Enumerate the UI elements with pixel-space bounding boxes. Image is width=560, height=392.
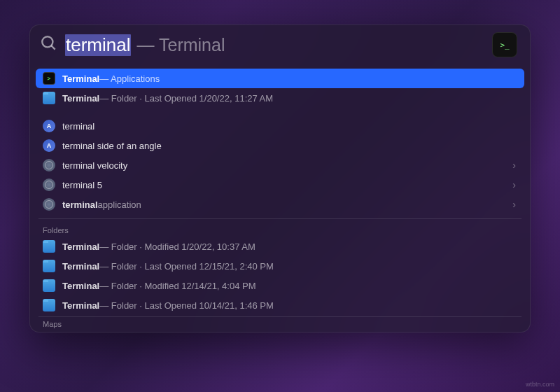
suggestion-item[interactable]: terminal application › [36, 195, 524, 214]
svg-point-0 [42, 36, 52, 47]
result-name: Terminal [62, 261, 99, 272]
search-query-selected: terminal [65, 34, 131, 56]
result-name: Terminal [62, 93, 99, 104]
result-meta: — Folder · Last Opened 1/20/22, 11:27 AM [99, 93, 273, 104]
chevron-right-icon: › [512, 179, 516, 190]
folder-icon [43, 260, 55, 272]
result-folder[interactable]: Terminal — Folder · Last Opened 1/20/22,… [36, 88, 524, 108]
section-divider [38, 218, 522, 219]
folder-icon [43, 279, 55, 292]
suggestion-item[interactable]: terminal velocity › [36, 155, 524, 175]
folder-icon [43, 92, 55, 104]
web-search-icon [43, 178, 55, 191]
app-preview-icon: >_ [492, 32, 517, 57]
folder-icon [43, 299, 55, 312]
result-name: Terminal [62, 74, 99, 84]
result-meta: — Applications [99, 74, 160, 84]
result-name: Terminal [62, 300, 99, 311]
folder-result[interactable]: Terminal — Folder · Modified 12/14/21, 4… [36, 276, 524, 295]
folder-icon [43, 240, 55, 253]
svg-line-1 [51, 46, 55, 49]
folder-result[interactable]: Terminal — Folder · Modified 1/20/22, 10… [36, 237, 524, 256]
chevron-right-icon: › [512, 160, 516, 171]
spotlight-window: terminal — Terminal >_ Terminal — Applic… [29, 24, 531, 332]
result-meta: — Folder · Last Opened 10/14/21, 1:46 PM [99, 300, 274, 311]
web-search-icon [43, 159, 55, 172]
suggestion-text: terminal velocity [62, 160, 127, 171]
search-input[interactable]: terminal — Terminal [65, 34, 492, 56]
result-name: Terminal [62, 281, 99, 291]
suggestion-text: terminal [62, 121, 94, 132]
result-name: Terminal [62, 241, 99, 252]
search-completion: — Terminal [136, 35, 225, 55]
results-list: Terminal — Applications Terminal — Folde… [30, 64, 530, 332]
folder-result[interactable]: Terminal — Folder · Last Opened 10/14/21… [36, 295, 524, 315]
search-row: terminal — Terminal >_ [30, 25, 530, 64]
suggestion-text: terminal side of an angle [62, 141, 162, 151]
section-label-maps: Maps [36, 317, 524, 330]
dictionary-icon [43, 139, 55, 152]
section-label-folders: Folders [36, 223, 524, 237]
terminal-app-icon [43, 72, 55, 85]
dictionary-icon [43, 120, 55, 132]
result-top-hit[interactable]: Terminal — Applications [36, 69, 524, 88]
suggestion-text: terminal 5 [62, 180, 102, 190]
result-meta: — Folder · Modified 12/14/21, 4:04 PM [99, 281, 255, 291]
suggestion-text-bold: terminal [62, 200, 98, 210]
web-search-icon [43, 198, 55, 211]
search-icon [40, 34, 58, 55]
suggestion-item[interactable]: terminal side of an angle [36, 136, 524, 155]
suggestion-item[interactable]: terminal 5 › [36, 175, 524, 195]
result-meta: — Folder · Modified 1/20/22, 10:37 AM [99, 241, 255, 252]
watermark: wtbtn.com [526, 381, 554, 388]
suggestion-text-dim: application [98, 200, 141, 210]
folder-result[interactable]: Terminal — Folder · Last Opened 12/15/21… [36, 256, 524, 276]
suggestion-item[interactable]: terminal [36, 116, 524, 136]
result-meta: — Folder · Last Opened 12/15/21, 2:40 PM [99, 261, 274, 272]
chevron-right-icon: › [512, 199, 516, 210]
